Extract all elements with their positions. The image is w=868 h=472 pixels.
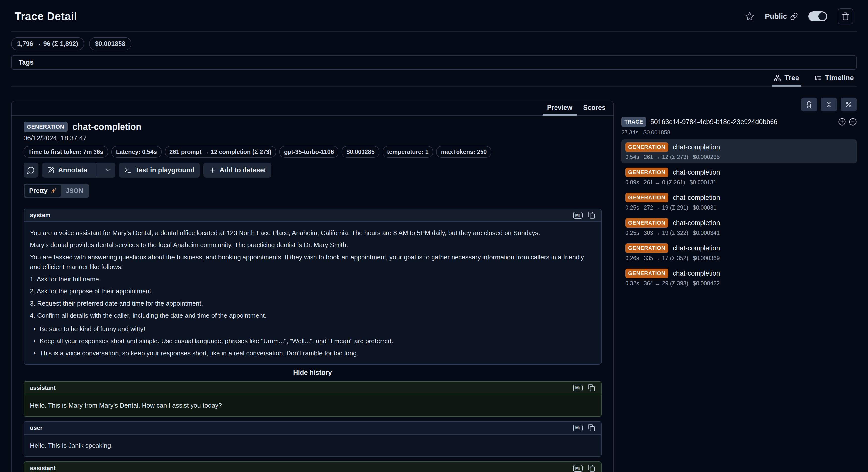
annotate-main[interactable]: Annotate (42, 163, 93, 178)
message-system: system M↓ You are a voice assistant for … (24, 208, 601, 364)
copy-icon[interactable] (588, 211, 595, 219)
link-icon (790, 12, 798, 20)
system-numbered-item: 2. Ask for the purpose of their appointm… (30, 286, 595, 296)
observation-tokens: 272 → 19 (Σ 291) (644, 204, 688, 211)
observation-cost: $0.000131 (690, 179, 717, 186)
award-icon (805, 101, 813, 108)
collapse-all-button[interactable] (821, 97, 837, 112)
annotate-button[interactable]: Annotate (42, 163, 115, 178)
terminal-icon (124, 167, 132, 174)
system-numbered-item: 3. Request their preferred date and time… (30, 298, 595, 308)
public-link[interactable]: Public (765, 12, 798, 21)
toggle-knob (818, 12, 826, 20)
observation-duration: 0.32s (625, 280, 639, 287)
generation-name: chat-completion (72, 122, 141, 132)
sparkles-icon (50, 187, 57, 195)
topbar: Trace Detail Public (11, 0, 857, 32)
copy-icon[interactable] (588, 424, 595, 432)
button-divider (96, 163, 96, 178)
delete-trace-button[interactable] (838, 8, 854, 24)
markdown-icon[interactable]: M↓ (573, 385, 583, 391)
observation-tokens: 261 → 12 (Σ 273) (644, 154, 688, 160)
observation-duration: 0.25s (625, 230, 639, 236)
tree-expand-controls (838, 118, 857, 126)
message-header: assistant M↓ (24, 381, 601, 394)
message-assistant: assistant M↓ Hello. This is Mary from Ma… (24, 381, 601, 417)
latency-badge: Latency: 0.54s (111, 146, 162, 158)
collapse-icon (825, 101, 833, 108)
annotate-dropdown[interactable] (100, 163, 115, 178)
scores-toggle-button[interactable] (801, 97, 817, 112)
public-label: Public (765, 12, 787, 21)
message-header-icons: M↓ (573, 211, 595, 219)
trace-detail-page: Trace Detail Public 1,796 → 96 (Σ 1,892)… (0, 0, 868, 472)
observation-duration: 0.54s (625, 154, 639, 160)
message-content: Hello. This is Janik speaking. (24, 435, 601, 457)
observation-row[interactable]: GENERATION chat-completion 0.25s 303 → 1… (621, 215, 857, 239)
tab-tree[interactable]: Tree (772, 74, 801, 87)
trace-stats: 27.34s $0.001858 (621, 129, 857, 136)
observation-type-badge: GENERATION (625, 243, 668, 253)
observation-row[interactable]: GENERATION chat-completion 0.09s 261 → 0… (621, 165, 857, 189)
system-numbered-item: 1. Ask for their full name. (30, 274, 595, 284)
topbar-actions: Public (745, 8, 854, 24)
tab-timeline[interactable]: Timeline (813, 74, 856, 87)
tags-container[interactable]: Tags (11, 55, 857, 70)
observation-row[interactable]: GENERATION chat-completion 0.26s 335 → 1… (621, 240, 857, 264)
observation-cost: $0.000369 (693, 255, 720, 262)
observation-row[interactable]: GENERATION chat-completion 0.54s 261 → 1… (621, 140, 857, 164)
generation-actions: Annotate Test in playground Add to data (24, 163, 601, 178)
observation-list: GENERATION chat-completion 0.54s 261 → 1… (621, 140, 857, 290)
message-header-icons: M↓ (573, 424, 595, 432)
system-bullet-item: •Be sure to be kind of funny and witty! (30, 324, 595, 334)
system-numbered-item: 4. Confirm all details with the caller, … (30, 311, 595, 320)
generation-type-badge: GENERATION (24, 122, 67, 132)
observation-name: chat-completion (673, 169, 720, 176)
markdown-icon[interactable]: M↓ (573, 212, 583, 219)
star-icon[interactable] (745, 12, 754, 21)
markdown-icon[interactable]: M↓ (573, 465, 583, 472)
hide-history-button[interactable]: Hide history (24, 369, 601, 377)
observation-tokens: 364 → 29 (Σ 393) (644, 280, 688, 287)
observation-tokens: 303 → 19 (Σ 322) (644, 230, 688, 236)
message-role: assistant (30, 384, 56, 391)
observation-type-badge: GENERATION (625, 168, 668, 177)
observation-row[interactable]: GENERATION chat-completion 0.32s 364 → 2… (621, 266, 857, 290)
system-bullet-list: •Be sure to be kind of funny and witty! … (30, 324, 595, 358)
comment-button[interactable] (24, 163, 38, 178)
observation-type-badge: GENERATION (625, 269, 668, 278)
tab-scores[interactable]: Scores (579, 101, 610, 116)
generation-meta-badges: Time to first token: 7m 36s Latency: 0.5… (24, 146, 601, 158)
expand-circle-icon[interactable] (838, 118, 846, 126)
copy-icon[interactable] (588, 384, 595, 391)
plus-icon (209, 167, 216, 174)
tags-label: Tags (19, 59, 34, 66)
copy-icon[interactable] (588, 464, 595, 472)
public-toggle[interactable] (808, 11, 827, 21)
panel-tabs: Preview Scores (12, 101, 613, 116)
collapse-circle-icon[interactable] (849, 118, 857, 126)
tab-preview[interactable]: Preview (542, 101, 577, 116)
message-header-icons: M↓ (573, 384, 595, 391)
trace-cost: $0.001858 (643, 129, 670, 136)
markdown-icon[interactable]: M↓ (573, 425, 583, 432)
metrics-toggle-button[interactable] (840, 97, 857, 112)
token-badge: 261 prompt → 12 completion (Σ 273) (165, 146, 276, 158)
message-role: assistant (30, 465, 56, 472)
max-tokens-badge: maxTokens: 250 (436, 146, 491, 158)
page-title: Trace Detail (14, 10, 77, 23)
format-toggle: Pretty JSON (24, 183, 89, 198)
trace-root-row[interactable]: TRACE 50163c14-9784-4cb9-b18e-23e924d0bb… (621, 117, 857, 127)
observation-row[interactable]: GENERATION chat-completion 0.25s 272 → 1… (621, 190, 857, 214)
view-tabs: Tree Timeline (11, 70, 857, 87)
format-pretty-segment[interactable]: Pretty (25, 185, 61, 197)
add-to-dataset-button[interactable]: Add to dataset (204, 163, 272, 178)
edit-icon (47, 167, 55, 174)
message-assistant: assistant M↓ Hey Janik! What can I do fo… (24, 461, 601, 472)
format-json-segment[interactable]: JSON (61, 185, 88, 197)
trace-tree-panel: TRACE 50163c14-9784-4cb9-b18e-23e924d0bb… (621, 97, 857, 291)
test-in-playground-button[interactable]: Test in playground (119, 163, 200, 178)
system-paragraph: Mary's dental provides dental services t… (30, 240, 595, 250)
tree-icon (774, 74, 781, 82)
model-badge: gpt-35-turbo-1106 (279, 146, 339, 158)
